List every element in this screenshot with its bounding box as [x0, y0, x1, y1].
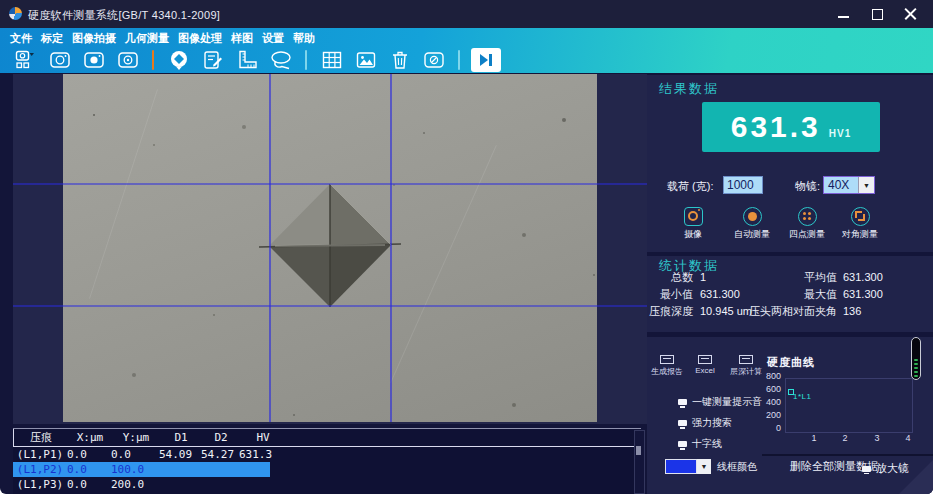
- chevron-down-icon[interactable]: ▼: [697, 459, 711, 474]
- app-window: 硬度软件测量系统[GB/T 4340.1-2009] 文件 标定 图像拍摄 几何…: [0, 0, 933, 494]
- indent-facet-topleft: [269, 184, 330, 246]
- objective-value: 40X: [824, 177, 858, 193]
- hardness-unit: HV1: [829, 128, 851, 139]
- record-off-icon: [423, 49, 445, 71]
- checkbox-icon: [678, 420, 687, 426]
- checkbox-icon: [678, 399, 687, 405]
- menu-sample[interactable]: 样图: [231, 31, 253, 46]
- restore-icon: [872, 9, 883, 20]
- generate-report-button[interactable]: 生成报告: [647, 355, 687, 377]
- cell-d1: 54.09: [159, 447, 201, 462]
- y-tick-600: 600: [755, 385, 781, 394]
- toolbar-separator: [305, 50, 307, 70]
- stat-total-value: 1: [700, 270, 706, 285]
- image-button[interactable]: [352, 48, 379, 72]
- load-input[interactable]: [723, 176, 763, 194]
- color-swatch: [665, 459, 697, 474]
- chevron-down-icon[interactable]: ▼: [858, 177, 874, 193]
- run-measure-button[interactable]: [471, 48, 501, 72]
- diamond-marker-button[interactable]: [165, 48, 192, 72]
- trash-button[interactable]: [386, 48, 413, 72]
- level-indicator-slider[interactable]: [911, 337, 921, 380]
- table-row[interactable]: (L1,P3) 0.0 200.0: [13, 477, 641, 492]
- tools-section: 生成报告 Excel 层深计算 硬度曲线 800 600 400 200 0 1…: [647, 337, 933, 494]
- crosshair-toggle[interactable]: 十字线: [678, 437, 722, 451]
- cell-d1: [159, 477, 201, 492]
- col-header-hv: HV: [240, 429, 286, 446]
- objective-select[interactable]: 40X ▼: [823, 176, 875, 194]
- cell-y: 200.0: [111, 477, 159, 492]
- excel-export-button[interactable]: Excel: [687, 355, 723, 375]
- menu-image-capture[interactable]: 图像拍摄: [72, 31, 116, 46]
- chart-title: 硬度曲线: [767, 355, 815, 370]
- menu-settings[interactable]: 设置: [262, 31, 284, 46]
- run-measure-icon: [476, 51, 496, 69]
- report-edit-icon: [202, 49, 224, 71]
- x-tick-3: 3: [872, 433, 882, 443]
- wire-color-select[interactable]: ▼ 线框颜色: [665, 459, 757, 474]
- measurement-table: 压痕 X:μm Y:μm D1 D2 HV (L1,P1) 0.0 0.0 54…: [13, 428, 641, 494]
- data-table-button[interactable]: [318, 48, 345, 72]
- menu-file[interactable]: 文件: [10, 31, 32, 46]
- table-scrollbar[interactable]: [634, 430, 645, 494]
- cell-hv: [239, 462, 285, 477]
- app-logo-icon: [9, 7, 22, 20]
- magnifier-checkbox-icon: [862, 466, 871, 472]
- menu-calibration[interactable]: 标定: [41, 31, 63, 46]
- stat-angle-label: 压头两相对面夹角: [747, 304, 837, 319]
- record-off-button[interactable]: [420, 48, 447, 72]
- col-header-d1: D1: [160, 429, 202, 446]
- cell-y: 100.0: [111, 462, 159, 477]
- scrollbar-thumb[interactable]: [636, 446, 641, 455]
- camera-lens-dot-button[interactable]: [114, 48, 141, 72]
- strong-search-toggle[interactable]: 强力搜索: [678, 416, 732, 430]
- table-row-selected[interactable]: (L1,P2) 0.0 100.0: [13, 462, 641, 477]
- results-section: 结果数据 631.3 HV1 载荷 (克): 物镜: 40X ▼ 摄像 自动测量…: [647, 75, 933, 252]
- beep-toggle-label: 一键测量提示音: [692, 395, 762, 409]
- results-header: 结果数据: [659, 80, 719, 98]
- beep-toggle[interactable]: 一键测量提示音: [678, 395, 762, 409]
- cell-x: 0.0: [67, 447, 111, 462]
- hardness-result-box: 631.3 HV1: [702, 102, 880, 152]
- y-tick-0: 0: [755, 424, 781, 433]
- camera-lens-dot-icon: [117, 49, 139, 71]
- excel-icon: [698, 355, 712, 364]
- auto-measure-button[interactable]: 自动测量: [724, 205, 780, 241]
- report-edit-button[interactable]: [199, 48, 226, 72]
- restore-button[interactable]: [866, 5, 888, 23]
- close-icon: [904, 8, 917, 21]
- col-header-y: Y:μm: [112, 429, 160, 446]
- menu-geometry-measure[interactable]: 几何测量: [125, 31, 169, 46]
- image-viewport[interactable]: [13, 74, 647, 424]
- wire-color-label: 线框颜色: [717, 460, 757, 474]
- x-tick-4: 4: [903, 433, 913, 443]
- lasso-button[interactable]: [267, 48, 294, 72]
- table-row[interactable]: (L1,P1) 0.0 0.0 54.09 54.27 631.3: [13, 447, 641, 462]
- stat-depth-value: 10.945 um: [700, 304, 752, 319]
- stat-min-label: 最小值: [647, 287, 693, 302]
- minimize-button[interactable]: [832, 5, 854, 23]
- cell-indent: (L1,P1): [13, 447, 67, 462]
- objective-label: 物镜:: [795, 179, 820, 194]
- batch-capture-button[interactable]: [12, 48, 39, 72]
- camera-lens-button[interactable]: [46, 48, 73, 72]
- x-tick-1: 1: [809, 433, 819, 443]
- menu-image-processing[interactable]: 图像处理: [178, 31, 222, 46]
- diagonal-measure-button[interactable]: 对角测量: [832, 205, 888, 241]
- four-point-measure-button[interactable]: 四点测量: [779, 205, 835, 241]
- stat-total-label: 总数: [647, 270, 693, 285]
- layer-depth-icon: [739, 355, 753, 364]
- stat-mean-label: 平均值: [747, 270, 837, 285]
- lasso-icon: [269, 49, 293, 71]
- menu-help[interactable]: 帮助: [293, 31, 315, 46]
- camera-lens-filled-button[interactable]: [80, 48, 107, 72]
- excel-label: Excel: [687, 366, 723, 375]
- cell-y: 0.0: [111, 447, 159, 462]
- capture-button[interactable]: 摄像: [665, 205, 721, 241]
- ruler-button[interactable]: [233, 48, 260, 72]
- stat-mean-value: 631.300: [843, 270, 883, 285]
- data-table-icon: [321, 49, 343, 71]
- top-band: 文件 标定 图像拍摄 几何测量 图像处理 样图 设置 帮助: [0, 28, 933, 73]
- close-button[interactable]: [899, 5, 921, 23]
- cell-hv: [239, 477, 285, 492]
